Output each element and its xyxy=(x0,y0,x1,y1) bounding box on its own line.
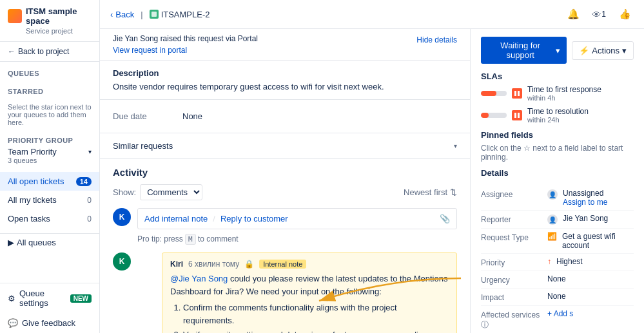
open-tasks-label: Open tasks xyxy=(8,214,50,224)
sort-icon: ⇅ xyxy=(450,187,457,197)
list-item: Verify security settings and data privac… xyxy=(183,328,449,333)
content-area: Jie Yan Song raised this request via Por… xyxy=(100,29,470,333)
newest-first-button[interactable]: Newest first ⇅ xyxy=(404,187,457,197)
assignee-value: Unassigned xyxy=(563,189,607,198)
all-my-tickets-label: All my tickets xyxy=(8,195,57,205)
priority-row: Priority ↑ Highest xyxy=(481,254,634,271)
note-author: Kiri xyxy=(170,260,183,269)
comment-shortcut-key: M xyxy=(185,234,196,245)
starred-section-title: Starred xyxy=(0,80,99,98)
svg-rect-3 xyxy=(518,91,520,96)
all-queues-button[interactable]: ▶ All queues xyxy=(0,233,99,251)
status-chevron-icon: ▾ xyxy=(556,46,560,55)
divider: / xyxy=(213,214,215,224)
description-section: Description Onsite vendor requires tempo… xyxy=(100,61,470,100)
impact-label: Impact xyxy=(481,292,542,302)
urgency-value: None xyxy=(547,274,634,283)
newest-first-label: Newest first xyxy=(404,187,447,197)
back-button[interactable]: ‹ Back xyxy=(110,10,134,19)
back-arrow-icon: ← xyxy=(8,47,15,56)
priority-label: Priority xyxy=(481,257,542,267)
sla-text-2: Time to resolution within 24h xyxy=(527,107,589,124)
internal-note-container: K Kiri 6 хвилин тому 🔒 Internal note @Ji… xyxy=(113,252,457,333)
similar-requests-chevron-icon: ▾ xyxy=(454,142,457,149)
request-type-value: Get a guest wifi account xyxy=(562,232,634,250)
gear-icon: ⚙ xyxy=(8,294,15,303)
affected-services-label: Affected services ⓘ xyxy=(481,309,542,330)
internal-note: Kiri 6 хвилин тому 🔒 Internal note @Jie … xyxy=(162,252,457,333)
sla-pause-icon-1 xyxy=(512,88,522,99)
due-date-value: None xyxy=(182,111,202,121)
sidebar-item-open-tasks[interactable]: Open tasks 0 xyxy=(0,209,99,228)
comments-select[interactable]: Comments xyxy=(140,184,202,200)
similar-requests-section[interactable]: Similar requests ▾ xyxy=(100,133,470,159)
sla-bar-2 xyxy=(481,113,507,118)
add-internal-note-button[interactable]: Add internal note xyxy=(144,214,208,224)
activity-section: Activity Show: Comments Newest first ⇅ xyxy=(100,159,470,333)
notification-icon[interactable]: 🔔 xyxy=(564,5,582,23)
back-chevron-icon: ‹ xyxy=(110,10,113,19)
queues-section-title: Queues xyxy=(0,62,99,80)
open-tasks-badge: 0 xyxy=(87,214,92,224)
sidebar-item-all-my-tickets[interactable]: All my tickets 0 xyxy=(0,191,99,209)
sidebar: ITSM sample space Service project ← Back… xyxy=(0,0,100,333)
sla-pause-icon-2 xyxy=(512,110,522,120)
back-to-project-label: Back to project xyxy=(18,47,69,56)
view-request-link[interactable]: View request in portal xyxy=(113,46,457,55)
all-open-tickets-label: All open tickets xyxy=(8,176,64,186)
actions-label: Actions xyxy=(592,46,620,55)
sidebar-logo: ITSM sample space xyxy=(8,6,92,26)
hide-details-link[interactable]: Hide details xyxy=(416,35,457,44)
queue-settings-label: Queue settings xyxy=(19,289,64,308)
priority-icon: ↑ xyxy=(547,257,551,266)
sidebar-item-all-open-tickets[interactable]: All open tickets 14 xyxy=(0,172,99,191)
sla-sub-1: within 4h xyxy=(527,94,601,102)
comment-tip: Pro tip: press M to comment xyxy=(137,234,457,243)
svg-rect-0 xyxy=(151,12,157,17)
eye-icon[interactable]: 👁 1 xyxy=(590,5,608,23)
sla-label-1: Time to first response xyxy=(527,85,601,94)
requester-line: Jie Yan Song raised this request via Por… xyxy=(113,34,258,43)
due-date-label: Due date xyxy=(113,111,177,121)
description-text: Onsite vendor requires temporary guest a… xyxy=(113,82,457,91)
info-icon: ⓘ xyxy=(481,320,489,329)
details-section: Assignee 👤 Unassigned Assign to me Repor… xyxy=(481,186,634,333)
sidebar-header: ITSM sample space Service project xyxy=(0,0,99,42)
activity-show-row: Show: Comments Newest first ⇅ xyxy=(113,184,457,200)
give-feedback-button[interactable]: 💬 Give feedback xyxy=(0,313,99,333)
request-type-label: Request Type xyxy=(481,232,542,242)
kiri-avatar: K xyxy=(113,252,131,271)
list-item: Confirm the comments functionality align… xyxy=(183,301,449,327)
comment-input-area: Add internal note / Reply to customer 📎 xyxy=(137,208,457,229)
current-user-avatar: K xyxy=(113,208,131,226)
reply-to-customer-button[interactable]: Reply to customer xyxy=(220,214,288,224)
all-my-tickets-badge: 0 xyxy=(87,196,92,205)
attachment-icon[interactable]: 📎 xyxy=(440,214,450,224)
queue-settings-button[interactable]: ⚙ Queue settings NEW xyxy=(0,283,99,313)
reporter-row: Reporter 👤 Jie Yan Song xyxy=(481,211,634,229)
note-body: @Jie Yan Song could you please review th… xyxy=(170,272,449,333)
back-to-project-button[interactable]: ← Back to project xyxy=(0,42,99,62)
watchers-count: 1 xyxy=(601,10,606,19)
pro-tip-text: Pro tip: press xyxy=(137,234,183,243)
sidebar-subtitle: Service project xyxy=(26,27,92,35)
sla-bar-1 xyxy=(481,91,507,96)
starred-desc: Select the star icon next to your queues… xyxy=(0,98,99,131)
mention-text: @Jie Yan Song xyxy=(170,274,228,283)
feedback-icon: 💬 xyxy=(8,318,18,328)
thumbs-up-icon[interactable]: 👍 xyxy=(616,5,634,23)
internal-note-header: Kiri 6 хвилин тому 🔒 Internal note xyxy=(170,260,449,269)
lightning-icon: ⚡ xyxy=(579,46,589,55)
status-button[interactable]: Waiting for support ▾ xyxy=(481,37,567,64)
assign-to-me-link[interactable]: Assign to me xyxy=(563,198,607,207)
add-affected-services-link[interactable]: + Add s xyxy=(547,309,634,318)
priority-group-label: Priority group xyxy=(8,137,92,144)
sla-bar-fill-1 xyxy=(481,91,496,96)
ticket-icon xyxy=(150,10,159,19)
breadcrumb-separator: | xyxy=(141,10,142,19)
assignee-label: Assignee xyxy=(481,189,542,199)
priority-group-name: Team Priority xyxy=(8,147,57,157)
requester-prefix: raised this request via Portal xyxy=(161,34,258,43)
actions-button[interactable]: ⚡ Actions ▾ xyxy=(572,41,634,60)
give-feedback-label: Give feedback xyxy=(22,318,75,328)
